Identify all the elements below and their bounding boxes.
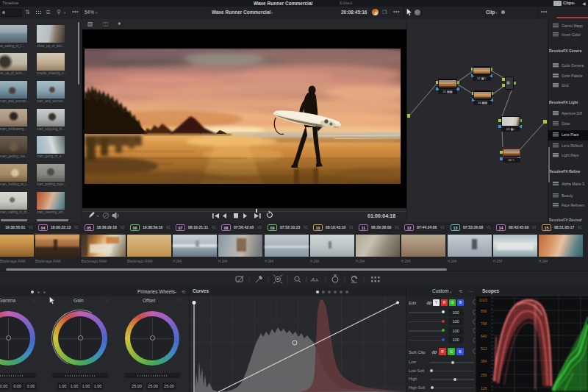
svg-text:768: 768: [481, 321, 487, 326]
svg-text:A: A: [315, 278, 318, 282]
svg-text:512: 512: [481, 346, 487, 351]
svg-text:256: 256: [481, 373, 487, 377]
svg-text:1023: 1023: [479, 298, 487, 302]
svg-text:384: 384: [481, 359, 487, 363]
svg-text:A: A: [310, 277, 315, 283]
svg-text:640: 640: [481, 334, 487, 338]
svg-text:128: 128: [481, 386, 487, 391]
svg-text:896: 896: [481, 309, 487, 313]
